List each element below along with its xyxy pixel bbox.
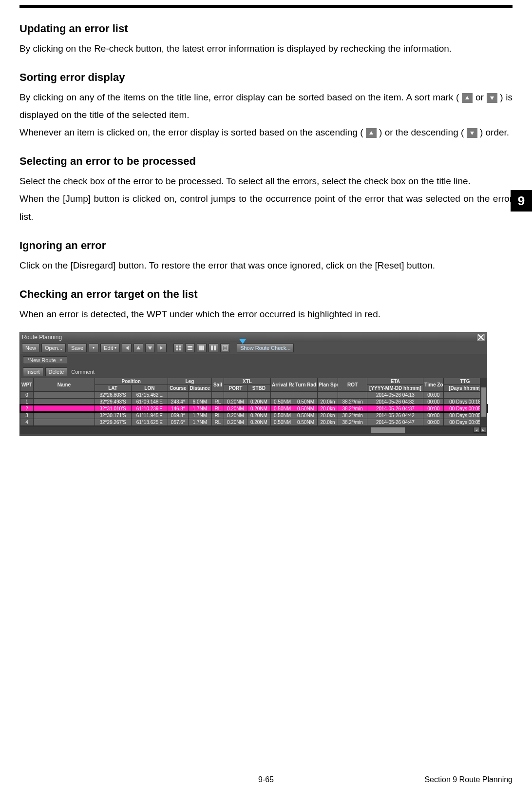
col-eta-fmt[interactable]: [YYYY-MM-DD hh:mm]: [367, 385, 423, 391]
col-distance[interactable]: Distance: [188, 385, 211, 391]
cell[interactable]: [34, 419, 95, 425]
cell[interactable]: 61°10.239'E: [131, 405, 168, 412]
cell[interactable]: 38.2°/min: [338, 419, 367, 425]
cell[interactable]: 6.0NM: [188, 398, 211, 405]
save-dropdown-button[interactable]: ▾: [89, 344, 98, 352]
tab-close-icon[interactable]: ✕: [59, 358, 63, 363]
col-turn[interactable]: Turn Radius: [294, 378, 318, 391]
cell[interactable]: 2014-05-26 04:37: [367, 405, 423, 412]
col-course[interactable]: Course: [168, 385, 188, 391]
cell[interactable]: 1: [20, 398, 34, 405]
cell[interactable]: 00:00: [423, 391, 444, 398]
cell[interactable]: 61°15.462'E: [131, 391, 168, 398]
cell[interactable]: [211, 391, 224, 398]
scroll-thumb[interactable]: [371, 427, 405, 433]
cell[interactable]: 0.50NM: [294, 412, 318, 419]
col-lat[interactable]: LAT: [95, 385, 131, 391]
cell[interactable]: RL: [211, 412, 224, 419]
cell[interactable]: 20.0kn: [318, 419, 338, 425]
tab-new-route[interactable]: *New Route ✕: [23, 356, 67, 364]
cell[interactable]: 2014-05-26 04:47: [367, 419, 423, 425]
nav-last-icon[interactable]: [157, 344, 167, 352]
cell[interactable]: 2014-05-26 04:42: [367, 412, 423, 419]
cell[interactable]: 0.50NM: [270, 405, 294, 412]
cell[interactable]: [34, 412, 95, 419]
scroll-right-icon[interactable]: ▸: [480, 427, 486, 433]
col-arrival[interactable]: Arrival Radius: [270, 378, 294, 391]
cell[interactable]: [247, 391, 270, 398]
cell[interactable]: 4: [20, 419, 34, 425]
cell[interactable]: 0.20NM: [247, 419, 270, 425]
cell[interactable]: 0.20NM: [247, 412, 270, 419]
col-eta[interactable]: ETA: [367, 378, 423, 385]
cell[interactable]: 00:00: [423, 398, 444, 405]
col-stbd[interactable]: STBD: [247, 385, 270, 391]
col-plan[interactable]: Plan Speed: [318, 378, 338, 391]
horizontal-scrollbar[interactable]: ◂ ▸: [20, 426, 487, 434]
cell[interactable]: 0.50NM: [294, 398, 318, 405]
cell[interactable]: 38.2°/min: [338, 398, 367, 405]
col-rot[interactable]: ROT: [338, 378, 367, 391]
cell[interactable]: 32°30.171'S: [95, 412, 131, 419]
cell[interactable]: 20.0kn: [318, 412, 338, 419]
view-list-icon[interactable]: [185, 344, 195, 352]
delete-button[interactable]: Delete: [45, 367, 68, 376]
cell[interactable]: 00:00: [423, 412, 444, 419]
cell[interactable]: 2014-05-26 04:13: [367, 391, 423, 398]
cell[interactable]: 0.20NM: [224, 405, 247, 412]
view-settings-icon[interactable]: [220, 344, 230, 352]
col-wpt-no[interactable]: WPT No.: [20, 378, 34, 391]
cell[interactable]: [188, 391, 211, 398]
scroll-left-icon[interactable]: ◂: [474, 427, 479, 433]
cell[interactable]: RL: [211, 405, 224, 412]
cell[interactable]: 1.7NM: [188, 405, 211, 412]
new-button[interactable]: New: [22, 344, 39, 352]
nav-up-icon[interactable]: [133, 344, 143, 352]
cell[interactable]: 0.50NM: [270, 412, 294, 419]
cell[interactable]: 32°26.803'S: [95, 391, 131, 398]
cell[interactable]: 0.50NM: [270, 419, 294, 425]
insert-button[interactable]: Insert: [23, 367, 43, 376]
cell[interactable]: 20.0kn: [318, 405, 338, 412]
cell[interactable]: 2: [20, 405, 34, 412]
cell[interactable]: [34, 398, 95, 405]
col-port[interactable]: PORT: [224, 385, 247, 391]
cell[interactable]: [270, 391, 294, 398]
col-leg[interactable]: Leg: [168, 378, 211, 385]
table-row[interactable]: 032°26.803'S61°15.462'E2014-05-26 04:130…: [20, 391, 487, 398]
view-columns-icon[interactable]: [197, 344, 207, 352]
cell[interactable]: 61°09.148'E: [131, 398, 168, 405]
edit-button[interactable]: Edit▾: [100, 344, 120, 352]
cell[interactable]: 0.20NM: [247, 405, 270, 412]
cell[interactable]: [224, 391, 247, 398]
cell[interactable]: 059.8°: [168, 412, 188, 419]
cell[interactable]: [338, 391, 367, 398]
cell[interactable]: 0.50NM: [294, 419, 318, 425]
cell[interactable]: 00:00: [423, 419, 444, 425]
col-sail[interactable]: Sail: [211, 378, 224, 391]
nav-down-icon[interactable]: [145, 344, 155, 352]
table-row[interactable]: 232°31.010'S61°10.239'E146.8°1.7NMRL0.20…: [20, 405, 487, 412]
cell[interactable]: 0.20NM: [224, 398, 247, 405]
cell[interactable]: 61°11.945'E: [131, 412, 168, 419]
open-button[interactable]: Open...: [41, 344, 66, 352]
nav-first-icon[interactable]: [122, 344, 132, 352]
cell[interactable]: RL: [211, 419, 224, 425]
cell[interactable]: 32°29.493'S: [95, 398, 131, 405]
cell[interactable]: 32°29.267'S: [95, 419, 131, 425]
cell[interactable]: 32°31.010'S: [95, 405, 131, 412]
show-route-check-button[interactable]: Show Route Check...: [237, 344, 294, 352]
table-row[interactable]: 332°30.171'S61°11.945'E059.8°1.7NMRL0.20…: [20, 412, 487, 419]
cell[interactable]: 2014-05-26 04:32: [367, 398, 423, 405]
view-grid-icon[interactable]: [173, 344, 183, 352]
table-row[interactable]: 132°29.493'S61°09.148'E243.4°6.0NMRL0.20…: [20, 398, 487, 405]
cell[interactable]: 00:00: [423, 405, 444, 412]
cell[interactable]: [318, 391, 338, 398]
cell[interactable]: 243.4°: [168, 398, 188, 405]
cell[interactable]: 3: [20, 412, 34, 419]
cell[interactable]: 0.20NM: [224, 419, 247, 425]
cell[interactable]: 38.2°/min: [338, 412, 367, 419]
cell[interactable]: 61°13.625'E: [131, 419, 168, 425]
view-split-icon[interactable]: [209, 344, 218, 352]
save-button[interactable]: Save: [68, 344, 87, 352]
